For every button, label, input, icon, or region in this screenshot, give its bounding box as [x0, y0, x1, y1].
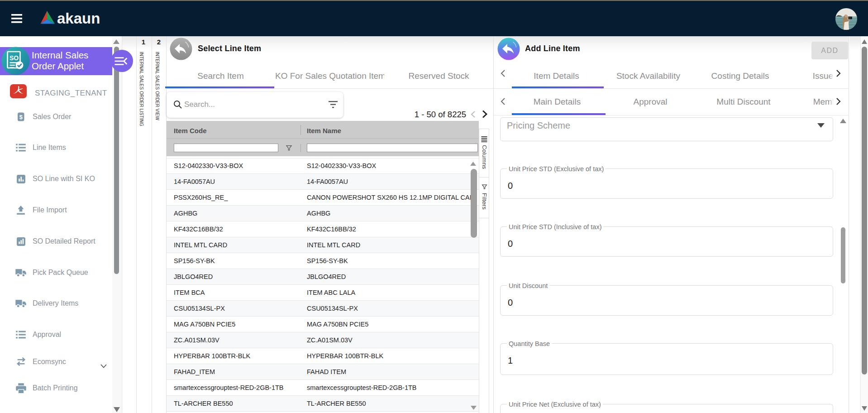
svg-text:$: $	[19, 114, 23, 120]
svg-text:SO: SO	[10, 54, 19, 62]
svg-text:akaun: akaun	[57, 10, 100, 25]
